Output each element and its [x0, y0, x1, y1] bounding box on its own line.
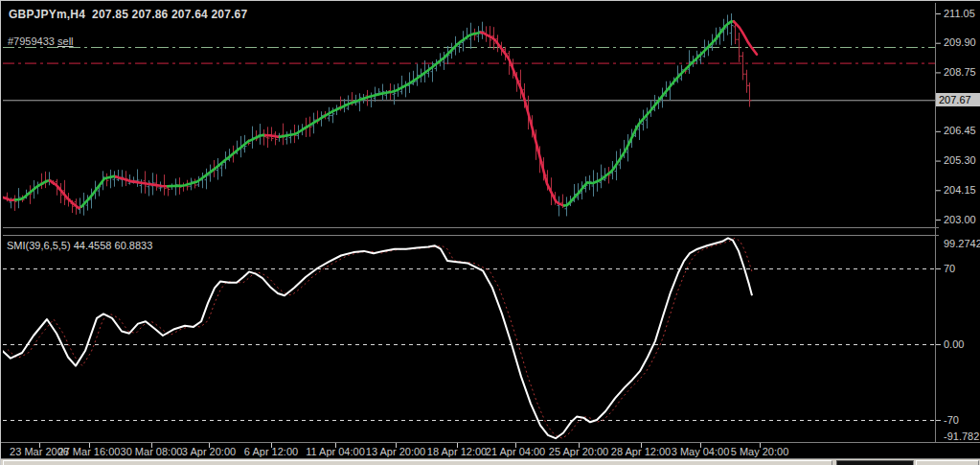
price-bar: [48, 172, 52, 185]
price-bar: [251, 127, 255, 149]
window-splitter[interactable]: [1, 227, 939, 236]
ma-line-down: [734, 21, 757, 54]
price-bar: [688, 50, 692, 74]
price-bar: [358, 93, 362, 111]
price-bar: [748, 82, 752, 106]
ma-line-down: [50, 180, 81, 208]
price-bar: [105, 174, 109, 186]
smi-signal-line: [8, 238, 752, 438]
main-chart-plot: [1, 13, 935, 217]
ma-line-up: [15, 180, 50, 199]
price-bar: [646, 107, 650, 128]
price-bar: [262, 129, 266, 146]
smi-tick-label: -70: [944, 414, 959, 426]
time-tick-label: 5 May 20:00: [717, 446, 803, 457]
smi-indicator-plot: [1, 238, 935, 438]
price-bar: [136, 169, 140, 186]
price-bar: [558, 197, 561, 217]
mt4-chart-window: GBPJPYm,H4 207.85 207.86 207.64 207.67 #…: [0, 0, 980, 465]
price-tick-label: 211.05: [944, 8, 975, 19]
order-id: #7959433: [8, 35, 55, 47]
indicator-label: SMI(39,6,5,5) 44.4558 60.8833: [7, 240, 152, 251]
status-bar-segment: [3, 460, 832, 465]
price-bar: [13, 195, 17, 210]
price-bar: [745, 70, 749, 93]
price-tick-label: 203.00: [944, 214, 976, 225]
price-bar: [205, 169, 209, 190]
price-bar: [274, 131, 278, 145]
status-bar: [1, 458, 980, 465]
price-bar: [282, 124, 285, 146]
price-bar: [201, 173, 205, 188]
ma-line-up: [168, 135, 265, 186]
price-bar: [289, 130, 293, 144]
price-tick-label: 204.15: [944, 184, 976, 196]
price-tick-label: 205.30: [944, 154, 976, 166]
price-bar: [285, 131, 289, 144]
status-bar-segment: [836, 460, 914, 465]
price-bar: [109, 170, 113, 188]
price-bar: [400, 76, 404, 95]
smi-main-line: [1, 238, 752, 438]
price-bar: [266, 127, 270, 148]
price-bar: [113, 171, 117, 186]
price-bar: [443, 52, 446, 70]
smi-tick-label: 70: [944, 263, 955, 274]
price-bar: [730, 13, 734, 45]
price-tick-label: 206.45: [944, 125, 976, 136]
current-price-box: 207.67: [936, 93, 980, 106]
price-bar: [117, 170, 121, 181]
price-tick-label: 208.75: [944, 66, 976, 78]
price-bar: [40, 174, 44, 189]
price-bar: [416, 64, 420, 86]
price-tick-label: 209.90: [944, 36, 976, 48]
price-bar: [217, 158, 220, 180]
ma-line-down: [1, 197, 15, 200]
smi-tick-label: -91.782: [944, 430, 979, 442]
price-bar: [741, 52, 745, 80]
price-bar: [270, 127, 274, 141]
price-bar: [155, 174, 159, 191]
price-bar: [481, 22, 485, 39]
smi-tick-label: 0.00: [944, 338, 964, 350]
order-action: sell: [57, 35, 74, 47]
status-bar-segment: [916, 460, 979, 465]
smi-tick-label: 99.2742: [944, 238, 980, 249]
price-bar: [600, 165, 604, 189]
order-line-label[interactable]: #7959433 sell: [8, 35, 74, 47]
chart-title: GBPJPYm,H4 207.85 207.86 207.64 207.67: [9, 8, 247, 21]
price-bar: [393, 84, 397, 105]
